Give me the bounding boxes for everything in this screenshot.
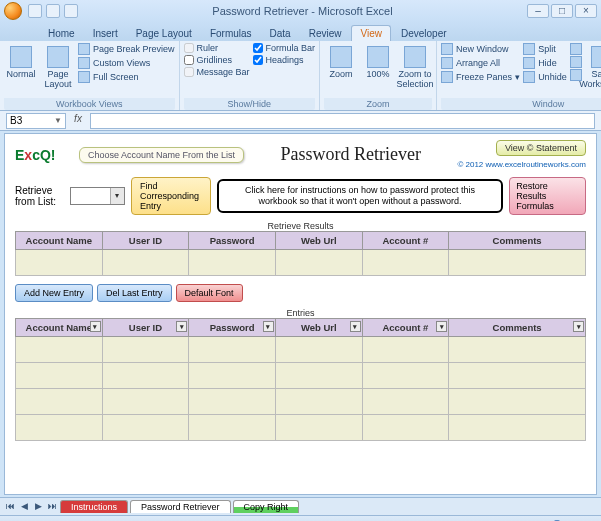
- fx-button[interactable]: fx: [70, 113, 86, 129]
- tab-nav-first[interactable]: ⏮: [4, 501, 16, 513]
- col-password: Password: [189, 232, 276, 250]
- col2-account-name[interactable]: Account Name▾: [16, 319, 103, 337]
- col-web-url: Web Url: [275, 232, 362, 250]
- page-break-button[interactable]: Page Break Preview: [78, 43, 175, 55]
- default-font-button[interactable]: Default Font: [176, 284, 243, 302]
- filter-icon[interactable]: ▾: [436, 321, 447, 332]
- split-button[interactable]: Split: [523, 43, 567, 55]
- col-account-num: Account #: [362, 232, 449, 250]
- zoom-selection-button[interactable]: Zoom to Selection: [398, 43, 432, 92]
- filter-icon[interactable]: ▾: [90, 321, 101, 332]
- page-layout-icon: [47, 46, 69, 68]
- qat-save-icon[interactable]: [28, 4, 42, 18]
- freeze-icon: [441, 71, 453, 83]
- unhide-button[interactable]: Unhide: [523, 71, 567, 83]
- ruler-checkbox[interactable]: Ruler: [184, 43, 250, 53]
- sync-scroll-icon[interactable]: [570, 56, 582, 68]
- view-statement-button[interactable]: View © Statement: [496, 140, 586, 156]
- page-layout-button[interactable]: Page Layout: [41, 43, 75, 92]
- tab-page-layout[interactable]: Page Layout: [128, 26, 200, 41]
- headings-checkbox[interactable]: Headings: [253, 55, 316, 65]
- table-row[interactable]: [16, 363, 586, 389]
- retrieve-list-dropdown[interactable]: ▾: [70, 187, 125, 205]
- group-workbook-views: Workbook Views: [4, 98, 175, 110]
- formula-input[interactable]: [90, 113, 595, 129]
- add-entry-button[interactable]: Add New Entry: [15, 284, 93, 302]
- custom-views-button[interactable]: Custom Views: [78, 57, 175, 69]
- filter-icon[interactable]: ▾: [176, 321, 187, 332]
- chevron-down-icon[interactable]: ▼: [54, 116, 62, 125]
- zoom-button[interactable]: Zoom: [324, 43, 358, 82]
- tab-nav-last[interactable]: ⏭: [46, 501, 58, 513]
- table-row[interactable]: [16, 389, 586, 415]
- tab-review[interactable]: Review: [301, 26, 350, 41]
- normal-icon: [10, 46, 32, 68]
- zoom-100-button[interactable]: 100%: [361, 43, 395, 82]
- split-icon: [523, 43, 535, 55]
- copyright-text: © 2012 www.excelroutineworks.com: [457, 160, 586, 169]
- table-row[interactable]: [16, 250, 586, 276]
- page-break-icon: [78, 43, 90, 55]
- window-title: Password Retriever - Microsoft Excel: [78, 5, 527, 17]
- choose-callout: Choose Account Name From the List: [79, 147, 244, 163]
- col2-account-num[interactable]: Account #▾: [362, 319, 449, 337]
- filter-icon[interactable]: ▾: [263, 321, 274, 332]
- hide-button[interactable]: Hide: [523, 57, 567, 69]
- name-box[interactable]: B3▼: [6, 113, 66, 129]
- close-button[interactable]: ×: [575, 4, 597, 18]
- col2-comments[interactable]: Comments▾: [449, 319, 586, 337]
- tab-view[interactable]: View: [351, 25, 391, 41]
- del-entry-button[interactable]: Del Last Entry: [97, 284, 172, 302]
- view-side-icon[interactable]: [570, 43, 582, 55]
- restore-formulas-button[interactable]: Restore Results Formulas: [509, 177, 586, 215]
- col-user-id: User ID: [102, 232, 189, 250]
- tab-formulas[interactable]: Formulas: [202, 26, 260, 41]
- zoom-sel-icon: [404, 46, 426, 68]
- find-entry-button[interactable]: Find Corresponding Entry: [131, 177, 211, 215]
- table-row[interactable]: [16, 415, 586, 441]
- custom-views-icon: [78, 57, 90, 69]
- arrange-all-button[interactable]: Arrange All: [441, 57, 520, 69]
- qat-undo-icon[interactable]: [46, 4, 60, 18]
- col2-user-id[interactable]: User ID▾: [102, 319, 189, 337]
- ribbon-tabs: Home Insert Page Layout Formulas Data Re…: [0, 22, 601, 41]
- sheet-tab-instructions[interactable]: Instructions: [60, 500, 128, 513]
- freeze-panes-button[interactable]: Freeze Panes ▾: [441, 71, 520, 83]
- gridlines-checkbox[interactable]: Gridlines: [184, 55, 250, 65]
- maximize-button[interactable]: □: [551, 4, 573, 18]
- dropdown-icon: ▾: [110, 188, 124, 204]
- col2-web-url[interactable]: Web Url▾: [275, 319, 362, 337]
- new-window-button[interactable]: New Window: [441, 43, 520, 55]
- tab-nav-prev[interactable]: ◀: [18, 501, 30, 513]
- col-account-name: Account Name: [16, 232, 103, 250]
- tab-developer[interactable]: Developer: [393, 26, 455, 41]
- minimize-button[interactable]: –: [527, 4, 549, 18]
- group-zoom: Zoom: [324, 98, 432, 110]
- table-row[interactable]: [16, 337, 586, 363]
- instructions-box[interactable]: Click here for instructions on how to pa…: [217, 179, 503, 213]
- normal-view-button[interactable]: Normal: [4, 43, 38, 82]
- qat-redo-icon[interactable]: [64, 4, 78, 18]
- hide-icon: [523, 57, 535, 69]
- col2-password[interactable]: Password▾: [189, 319, 276, 337]
- retrieve-label: Retrieve from List:: [15, 185, 64, 207]
- office-button[interactable]: [4, 2, 22, 20]
- tab-home[interactable]: Home: [40, 26, 83, 41]
- filter-icon[interactable]: ▾: [350, 321, 361, 332]
- formula-bar-checkbox[interactable]: Formula Bar: [253, 43, 316, 53]
- full-screen-button[interactable]: Full Screen: [78, 71, 175, 83]
- filter-icon[interactable]: ▾: [573, 321, 584, 332]
- hundred-icon: [367, 46, 389, 68]
- arrange-icon: [441, 57, 453, 69]
- tab-nav-next[interactable]: ▶: [32, 501, 44, 513]
- message-bar-checkbox[interactable]: Message Bar: [184, 67, 250, 77]
- tab-data[interactable]: Data: [262, 26, 299, 41]
- sheet-tab-copyright[interactable]: Copy Right: [233, 500, 300, 513]
- group-window: Window: [441, 98, 601, 110]
- tab-insert[interactable]: Insert: [85, 26, 126, 41]
- worksheet: ExcQ! Choose Account Name From the List …: [4, 133, 597, 495]
- zoom-icon: [330, 46, 352, 68]
- save-workspace-button[interactable]: Save Workspace: [585, 43, 601, 92]
- full-screen-icon: [78, 71, 90, 83]
- sheet-tab-password-retriever[interactable]: Password Retriever: [130, 500, 231, 513]
